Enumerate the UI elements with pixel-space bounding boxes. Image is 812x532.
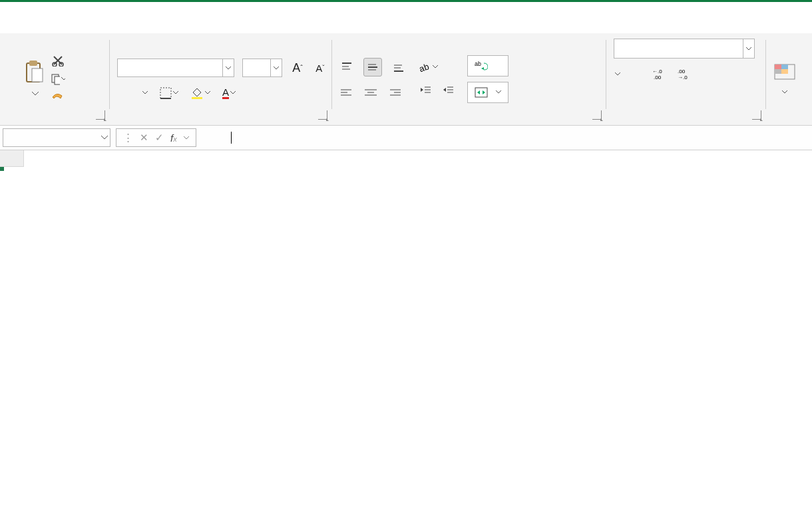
align-bottom-icon[interactable] bbox=[391, 60, 406, 74]
svg-text:ab: ab bbox=[475, 61, 481, 67]
chevron-down-icon bbox=[142, 91, 148, 94]
more-icon[interactable]: ⋮ bbox=[123, 132, 133, 144]
merge-icon bbox=[475, 87, 488, 98]
decrease-font-icon[interactable]: Aˇ bbox=[313, 61, 327, 75]
font-name-select[interactable] bbox=[117, 59, 234, 77]
svg-rect-1 bbox=[29, 61, 37, 66]
formula-bar: ⋮ ✕ ✓ fx bbox=[0, 126, 812, 150]
svg-rect-2 bbox=[32, 68, 43, 82]
increase-decimal-icon[interactable]: ←.0.00 bbox=[652, 66, 667, 81]
svg-rect-7 bbox=[160, 88, 171, 98]
dialog-launcher-icon[interactable] bbox=[96, 110, 105, 120]
enter-icon[interactable]: ✓ bbox=[155, 132, 164, 144]
cut-icon[interactable] bbox=[51, 53, 65, 68]
chevron-down-icon bbox=[433, 65, 438, 68]
chevron-down-icon[interactable] bbox=[743, 39, 754, 58]
dialog-launcher-icon[interactable] bbox=[752, 110, 761, 120]
chevron-down-icon bbox=[61, 77, 65, 81]
group-label bbox=[614, 119, 757, 122]
group-label bbox=[773, 119, 804, 122]
conditional-formatting-button[interactable] bbox=[773, 62, 796, 96]
paint-bucket-icon bbox=[190, 87, 204, 99]
align-center-icon[interactable] bbox=[363, 86, 378, 100]
font-size-select[interactable] bbox=[242, 59, 282, 77]
align-left-icon[interactable] bbox=[339, 86, 354, 100]
number-format-select[interactable] bbox=[614, 39, 755, 59]
svg-text:.00: .00 bbox=[678, 68, 686, 74]
dialog-launcher-icon[interactable] bbox=[318, 110, 327, 120]
align-top-icon[interactable] bbox=[339, 60, 354, 74]
fill-color-button[interactable] bbox=[190, 87, 210, 99]
ribbon: Aˆ Aˇ A bbox=[0, 33, 812, 126]
increase-font-icon[interactable]: Aˆ bbox=[290, 61, 305, 75]
border-icon bbox=[160, 87, 172, 99]
text-cursor-icon bbox=[231, 132, 232, 144]
chevron-down-icon bbox=[184, 136, 189, 140]
fx-icon[interactable]: fx bbox=[170, 132, 177, 144]
chevron-down-icon[interactable] bbox=[270, 59, 282, 76]
svg-rect-9 bbox=[192, 97, 202, 99]
group-styles bbox=[765, 33, 812, 125]
fill-handle[interactable] bbox=[0, 167, 4, 171]
accounting-format-button[interactable] bbox=[614, 72, 620, 76]
paste-button[interactable] bbox=[23, 59, 45, 98]
font-color-button[interactable]: A bbox=[222, 86, 236, 99]
clipboard-icon bbox=[23, 59, 45, 84]
decrease-indent-icon[interactable] bbox=[418, 82, 433, 97]
dialog-launcher-icon[interactable] bbox=[592, 110, 602, 120]
align-middle-icon[interactable] bbox=[363, 58, 382, 76]
wrap-text-button[interactable]: ab bbox=[467, 55, 508, 76]
copy-icon[interactable] bbox=[51, 72, 65, 86]
svg-text:ab: ab bbox=[418, 61, 430, 73]
chevron-down-icon bbox=[496, 90, 501, 94]
svg-rect-44 bbox=[775, 69, 781, 74]
chevron-down-icon bbox=[29, 87, 39, 98]
chevron-down-icon bbox=[173, 91, 178, 94]
formula-controls: ⋮ ✕ ✓ fx bbox=[116, 128, 196, 147]
group-label bbox=[339, 119, 598, 122]
worksheet bbox=[0, 150, 812, 167]
ribbon-tabs bbox=[0, 2, 812, 33]
conditional-formatting-icon bbox=[773, 62, 796, 82]
underline-button[interactable] bbox=[141, 91, 148, 94]
svg-rect-36 bbox=[475, 88, 487, 97]
group-alignment: ab ab bbox=[331, 33, 606, 125]
chevron-down-icon bbox=[615, 72, 620, 76]
increase-indent-icon[interactable] bbox=[441, 82, 455, 97]
decrease-decimal-icon[interactable]: .00→.0 bbox=[678, 66, 692, 81]
svg-text:→.0: →.0 bbox=[678, 74, 688, 80]
svg-rect-43 bbox=[781, 65, 788, 69]
svg-rect-42 bbox=[775, 65, 781, 69]
group-label bbox=[23, 119, 101, 122]
group-font: Aˆ Aˇ A bbox=[109, 33, 331, 125]
cancel-icon[interactable]: ✕ bbox=[140, 132, 148, 144]
svg-text:.00: .00 bbox=[654, 74, 662, 80]
align-right-icon[interactable] bbox=[387, 86, 402, 100]
chevron-down-icon bbox=[782, 90, 787, 94]
wrap-text-icon: ab bbox=[475, 61, 488, 71]
merge-center-button[interactable] bbox=[467, 82, 508, 103]
chevron-down-icon bbox=[205, 91, 210, 94]
group-number: ←.0.00 .00→.0 bbox=[606, 33, 765, 125]
selection-outline bbox=[0, 167, 3, 170]
orientation-button[interactable]: ab bbox=[418, 61, 455, 73]
format-painter-icon[interactable] bbox=[51, 90, 65, 105]
borders-button[interactable] bbox=[160, 87, 178, 99]
group-clipboard bbox=[15, 33, 109, 125]
svg-text:←.0: ←.0 bbox=[652, 68, 662, 74]
chevron-down-icon[interactable] bbox=[99, 129, 110, 146]
chevron-down-icon bbox=[230, 91, 236, 94]
svg-rect-45 bbox=[781, 69, 788, 74]
orientation-icon: ab bbox=[418, 61, 431, 73]
group-label bbox=[117, 119, 323, 122]
formula-input[interactable] bbox=[196, 126, 812, 150]
name-box[interactable] bbox=[3, 128, 110, 147]
select-all-corner[interactable] bbox=[0, 150, 24, 167]
svg-rect-6 bbox=[55, 76, 60, 84]
chevron-down-icon[interactable] bbox=[222, 59, 234, 76]
